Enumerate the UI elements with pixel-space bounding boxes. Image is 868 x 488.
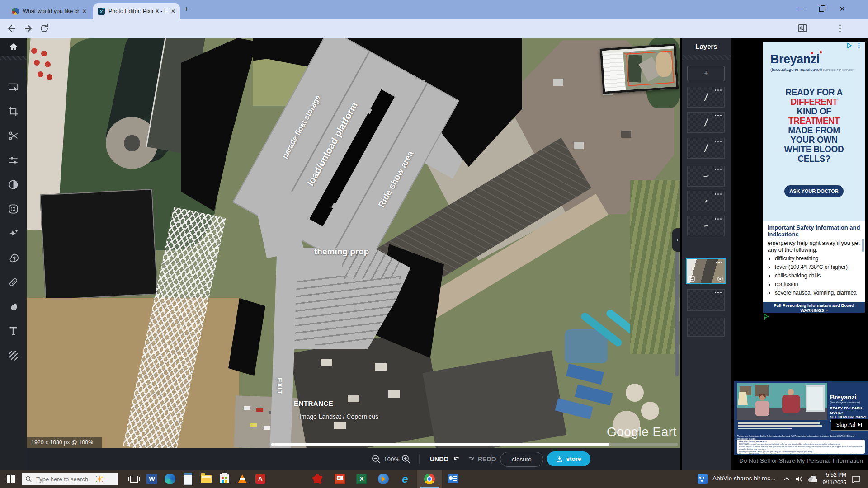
aerial-roof2 (423, 350, 567, 448)
taskbar-search[interactable] (22, 473, 118, 485)
pattern-tool-icon[interactable] (8, 350, 19, 361)
do-not-sell-link[interactable]: Do Not Sell or Share My Personal Informa… (732, 457, 868, 464)
skip-ad-button[interactable]: Skip Ad (831, 419, 868, 431)
inset-view-rect (626, 51, 675, 86)
redo-button[interactable]: REDO (478, 448, 496, 470)
layer-menu-icon[interactable] (720, 89, 722, 91)
prescribing-info-bar[interactable]: Full Prescribing Information and Boxed W… (763, 302, 865, 313)
effect-tool-icon[interactable] (8, 203, 19, 215)
layer-menu-icon[interactable] (720, 141, 722, 142)
layer-item[interactable] (687, 318, 725, 337)
layer-item[interactable] (687, 87, 725, 108)
editor-canvas[interactable]: parade float storage load/unload platfor… (27, 38, 680, 448)
crop-tool-icon[interactable] (8, 106, 19, 117)
arrange-tool-icon[interactable] (8, 81, 19, 93)
layer-item[interactable] (687, 216, 725, 236)
news-widget-icon[interactable] (696, 473, 709, 485)
browser-menu-icon[interactable] (835, 23, 845, 34)
redo-icon[interactable] (466, 455, 475, 464)
file-explorer-icon[interactable] (200, 473, 212, 485)
ad-card[interactable]: Breyanzi✦ (lisocabtagene maraleucel) SUS… (763, 42, 865, 313)
internet-explorer-icon[interactable]: e (399, 473, 411, 485)
browser-tab-2-active[interactable]: x Photo Editor: Pixlr X - Free Imag ✕ (93, 3, 180, 19)
caption-bar (738, 425, 822, 427)
retouch-tool-icon[interactable] (8, 277, 19, 288)
bar-separator (491, 454, 492, 464)
office-blue-icon[interactable] (447, 473, 459, 485)
edge-icon[interactable] (164, 473, 176, 485)
video-still[interactable] (737, 383, 827, 420)
image-layer-icon (688, 276, 695, 282)
side-panel-search-icon[interactable] (797, 23, 808, 34)
back-icon[interactable] (6, 23, 17, 34)
ai-tool-icon[interactable] (8, 228, 19, 239)
undo-icon[interactable] (453, 455, 462, 464)
undo-button[interactable]: UNDO (430, 448, 448, 470)
video-ad[interactable]: Breyanzi (lisocabtagene maraleucel) READ… (734, 381, 868, 455)
taskbar-clock[interactable]: 5:52 PM 9/11/2025 (823, 471, 847, 487)
visibility-eye-icon[interactable] (717, 277, 724, 282)
search-input[interactable] (35, 475, 91, 483)
reload-icon[interactable] (39, 23, 50, 34)
ad-options-icon[interactable] (858, 42, 860, 49)
layer-item[interactable] (687, 191, 725, 211)
browser-tab-1[interactable]: What would you like changed t ✕ (7, 3, 91, 19)
layer-item-selected[interactable] (686, 258, 726, 284)
window-minimize-icon[interactable] (790, 0, 811, 18)
layer-item[interactable] (687, 138, 725, 159)
layer-menu-icon[interactable] (720, 169, 722, 170)
tray-chevron-icon[interactable] (783, 476, 790, 482)
layer-menu-icon[interactable] (720, 115, 722, 116)
layer-menu-icon[interactable] (721, 262, 722, 263)
start-button[interactable] (5, 473, 17, 485)
adchoices-green-icon[interactable] (763, 314, 769, 320)
store-button[interactable]: store (547, 451, 590, 466)
ask-your-doctor-button[interactable]: ASK YOUR DOCTOR (784, 185, 844, 197)
window-close-icon[interactable]: ✕ (832, 0, 853, 18)
vlc-icon[interactable] (236, 473, 249, 485)
aerial-ride (124, 135, 140, 151)
window-restore-icon[interactable] (811, 0, 832, 18)
draw-tool-icon[interactable] (8, 301, 19, 312)
action-center-icon[interactable] (852, 475, 861, 483)
acrobat-icon[interactable]: A (254, 473, 267, 485)
excel-icon[interactable]: X (355, 473, 368, 485)
layer-menu-icon[interactable] (720, 193, 722, 195)
v-scrollbar-thumb[interactable] (675, 252, 679, 376)
tab2-close-icon[interactable]: ✕ (171, 8, 175, 14)
h-scrollbar-thumb[interactable] (271, 443, 609, 446)
filter-tool-icon[interactable] (8, 179, 19, 190)
ms-store-icon[interactable] (218, 473, 231, 485)
zoom-in-icon[interactable] (401, 454, 411, 464)
onedrive-cloud-icon[interactable] (807, 476, 819, 483)
volume-icon[interactable] (795, 475, 803, 483)
chrome-taskbar-active[interactable] (417, 470, 442, 488)
irfanview-icon[interactable] (311, 473, 324, 485)
panel-expand-chevron[interactable]: › (672, 228, 680, 252)
liquify-tool-icon[interactable] (8, 252, 19, 263)
layer-item[interactable] (687, 166, 725, 187)
forward-icon[interactable] (23, 23, 33, 34)
isi-scrollbar[interactable] (862, 239, 864, 252)
layer-menu-icon[interactable] (720, 292, 722, 293)
layer-menu-icon[interactable] (720, 218, 722, 220)
layer-item[interactable] (687, 289, 725, 311)
text-tool-icon[interactable] (8, 325, 19, 337)
layer-item[interactable] (687, 112, 725, 133)
home-button[interactable] (0, 38, 27, 56)
closure-button[interactable]: closure (500, 452, 543, 467)
adchoices-icon[interactable] (847, 43, 853, 48)
copilot-sparkle-icon[interactable] (95, 474, 104, 483)
adjust-tool-icon[interactable] (8, 155, 19, 166)
powerpoint-icon[interactable] (334, 473, 346, 485)
task-view-icon[interactable] (127, 473, 140, 485)
new-tab-icon[interactable]: + (184, 5, 189, 14)
add-layer-button[interactable]: + (687, 66, 725, 81)
cutout-tool-icon[interactable] (8, 130, 19, 141)
news-headline[interactable]: AbbVie shares hit rec... (712, 475, 775, 482)
notepad-icon[interactable] (182, 473, 194, 485)
word-icon[interactable]: W (146, 473, 158, 485)
zoom-out-icon[interactable] (371, 454, 381, 464)
tab1-close-icon[interactable]: ✕ (82, 8, 87, 14)
wmp-icon[interactable] (377, 473, 390, 485)
